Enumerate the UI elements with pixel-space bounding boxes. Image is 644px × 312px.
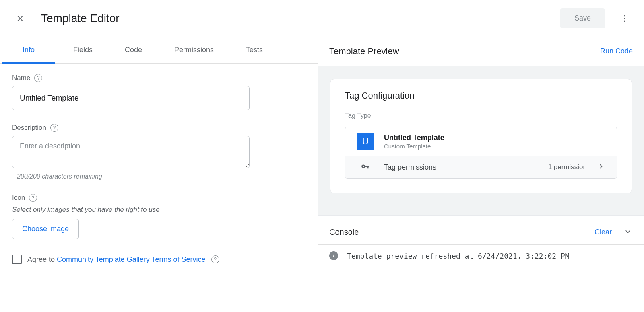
preview-title: Template Preview — [329, 46, 399, 57]
page-title: Template Editor — [41, 12, 120, 25]
preview-pane: Template Preview Run Code Tag Configurat… — [318, 37, 644, 312]
tag-name: Untitled Template — [384, 133, 444, 142]
terms-link[interactable]: Community Template Gallery Terms of Serv… — [57, 255, 205, 263]
char-counter: 200/200 characters remaining — [17, 173, 305, 180]
info-icon: i — [329, 251, 338, 260]
description-label: Description — [12, 124, 46, 132]
help-icon[interactable]: ? — [211, 255, 219, 263]
name-input[interactable] — [12, 86, 250, 110]
agree-prefix: Agree to — [27, 255, 57, 263]
help-icon[interactable]: ? — [34, 74, 42, 82]
console-title: Console — [329, 228, 359, 237]
chevron-down-icon — [623, 227, 633, 236]
close-button[interactable] — [14, 13, 26, 24]
help-icon[interactable]: ? — [50, 124, 58, 132]
top-bar: Template Editor Save — [0, 0, 644, 37]
more-vert-icon — [620, 14, 629, 23]
tag-type-row[interactable]: U Untitled Template Custom Template — [345, 127, 617, 156]
agree-checkbox[interactable] — [12, 255, 22, 264]
tag-subtitle: Custom Template — [384, 143, 444, 150]
template-icon: U — [357, 133, 374, 150]
save-button[interactable]: Save — [560, 8, 605, 28]
run-code-button[interactable]: Run Code — [600, 47, 633, 55]
permissions-count: 1 permission — [548, 163, 587, 171]
icon-hint: Select only images that you have the rig… — [12, 206, 305, 214]
key-icon — [357, 162, 374, 172]
tab-permissions[interactable]: Permissions — [158, 37, 230, 63]
more-menu-button[interactable] — [617, 10, 633, 27]
tag-config-card: Tag Configuration Tag Type U Untitled Te… — [330, 79, 632, 193]
collapse-console-button[interactable] — [623, 227, 633, 238]
icon-label: Icon — [12, 194, 25, 202]
svg-point-0 — [624, 15, 625, 16]
tab-code[interactable]: Code — [109, 37, 158, 63]
permissions-label: Tag permissions — [384, 163, 436, 172]
clear-button[interactable]: Clear — [594, 228, 612, 236]
tab-bar: Info Fields Code Permissions Tests — [0, 37, 318, 64]
tag-type-label: Tag Type — [345, 112, 617, 119]
card-title: Tag Configuration — [345, 90, 617, 101]
tab-info[interactable]: Info — [0, 37, 57, 63]
help-icon[interactable]: ? — [29, 194, 37, 202]
close-icon — [16, 14, 25, 23]
chevron-right-icon — [597, 162, 605, 172]
svg-point-1 — [624, 18, 625, 19]
description-input[interactable] — [12, 136, 250, 168]
tab-fields[interactable]: Fields — [57, 37, 109, 63]
tag-permissions-row[interactable]: Tag permissions 1 permission — [345, 156, 617, 178]
console-message: Template preview refreshed at 6/24/2021,… — [347, 252, 570, 260]
tab-tests[interactable]: Tests — [230, 37, 279, 63]
svg-point-2 — [624, 20, 625, 22]
choose-image-button[interactable]: Choose image — [12, 219, 79, 239]
name-label: Name — [12, 74, 30, 82]
console-section: Console Clear i Template preview refresh… — [318, 220, 644, 312]
editor-pane: Info Fields Code Permissions Tests Name … — [0, 37, 318, 312]
agree-text: Agree to Community Template Gallery Term… — [27, 255, 206, 264]
